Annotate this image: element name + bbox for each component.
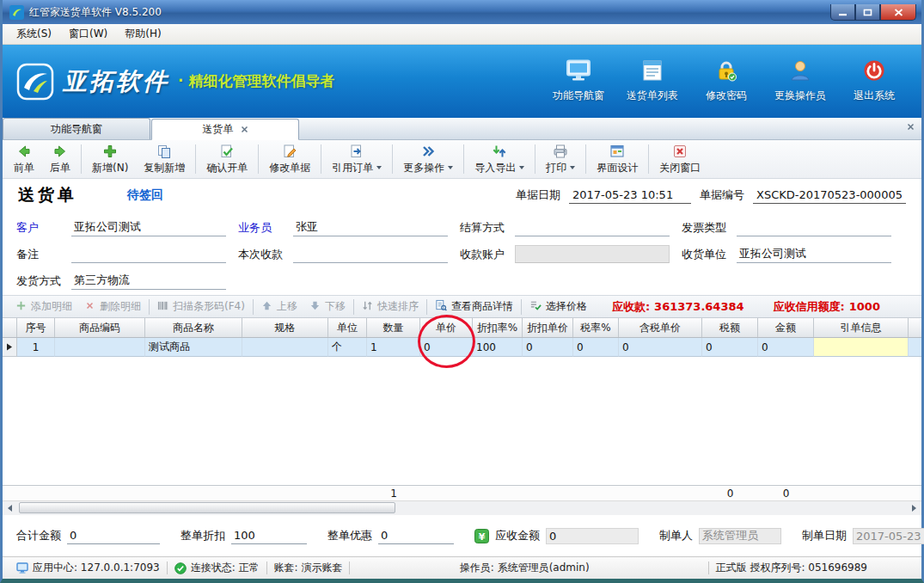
toolbar-button[interactable]: 打印 xyxy=(538,141,583,177)
column-header[interactable]: 序号 xyxy=(17,318,55,337)
table-cell[interactable]: 0 xyxy=(573,338,619,357)
form-field-label[interactable]: 业务员 xyxy=(238,220,293,236)
scroll-right-icon xyxy=(912,505,916,512)
toolbar-button[interactable]: 前单 xyxy=(6,141,42,177)
separator xyxy=(521,299,522,315)
form-field-value[interactable] xyxy=(737,218,891,236)
table-cell[interactable] xyxy=(242,338,328,357)
doc-number-value[interactable]: XSCKD-20170523-000005 xyxy=(753,187,906,204)
form-field-value[interactable] xyxy=(515,218,670,236)
summary-cell xyxy=(328,486,367,500)
table-cell[interactable]: 1 xyxy=(367,338,420,357)
toolbar-button[interactable]: 后单 xyxy=(42,141,78,177)
toolbar-button[interactable]: 更多操作 xyxy=(395,141,461,177)
banner-action-nav-window[interactable]: 功能导航窗 xyxy=(545,56,612,107)
menu-item[interactable]: 窗口(W) xyxy=(60,24,116,44)
column-header[interactable]: 商品编码 xyxy=(55,318,145,337)
detail-button[interactable]: 查看商品详情 xyxy=(429,298,519,316)
banner-action-change-password[interactable]: 修改密码 xyxy=(693,56,760,107)
items-grid: 序号商品编码商品名称规格单位数量单价折扣率%折扣单价税率%含税单价税额金额引单信… xyxy=(3,318,921,515)
yuan-icon[interactable]: ¥ xyxy=(474,529,489,543)
column-header[interactable]: 单位 xyxy=(328,318,367,337)
doc-number-label: 单据编号 xyxy=(700,187,744,203)
column-header[interactable]: 折扣单价 xyxy=(523,318,573,337)
form-field-value[interactable]: 第三方物流 xyxy=(71,272,226,290)
column-header[interactable]: 单价 xyxy=(420,318,473,337)
footer-field-value[interactable]: 100 xyxy=(231,528,307,544)
column-header[interactable]: 税额 xyxy=(702,318,758,337)
footer-field-value[interactable]: 0 xyxy=(378,528,454,544)
form-field-value[interactable]: 亚拓公司测试 xyxy=(71,218,226,236)
banner-action-switch-operator[interactable]: 更换操作员 xyxy=(767,56,834,107)
table-cell[interactable]: 个 xyxy=(328,338,367,357)
separator xyxy=(426,299,427,315)
form-field-value[interactable]: 亚拓公司测试 xyxy=(737,245,891,263)
toolbar-button[interactable]: 复制新增 xyxy=(136,141,193,177)
table-cell[interactable]: 0 xyxy=(758,338,814,357)
footer-field-label: 应收金额 xyxy=(495,528,540,543)
table-cell[interactable]: 100 xyxy=(473,338,523,357)
toolbar-button[interactable]: 修改单据 xyxy=(261,141,318,177)
table-cell[interactable] xyxy=(55,338,145,357)
toolbar-button[interactable]: 界面设计 xyxy=(589,141,646,177)
menu-item[interactable]: 系统(S) xyxy=(8,24,60,44)
table-cell[interactable]: 0 xyxy=(523,338,573,357)
toolbar-button[interactable]: 引用订单 xyxy=(324,141,389,177)
form-field-label: 备注 xyxy=(16,247,71,262)
brand: 亚拓软件 · 精细化管理软件倡导者 xyxy=(16,63,334,101)
brand-name: 亚拓软件 xyxy=(63,65,169,98)
table-cell[interactable]: 0 xyxy=(420,338,473,357)
column-header[interactable]: 数量 xyxy=(367,318,420,337)
toolbar-button[interactable]: 新增(N) xyxy=(84,141,136,177)
column-header[interactable]: 折扣率% xyxy=(473,318,523,337)
column-header[interactable]: 税率% xyxy=(573,318,619,337)
column-header[interactable]: 含税单价 xyxy=(619,318,702,337)
toolbar-button[interactable]: 导入导出 xyxy=(467,141,532,177)
detail-button[interactable]: 选择价格 xyxy=(523,298,593,316)
footer-field-value[interactable]: 0 xyxy=(67,528,160,544)
table-cell[interactable]: 1 xyxy=(17,338,55,357)
column-header[interactable]: 商品名称 xyxy=(145,318,242,337)
toolbar-button-labelrow: 新增(N) xyxy=(92,161,128,175)
doc-date-value[interactable]: 2017-05-23 10:51 xyxy=(569,187,691,204)
form-field-label: 本次收款 xyxy=(238,247,293,262)
status-text: 正式版 授权序列号: 051696989 xyxy=(716,561,867,575)
table-cell[interactable]: 0 xyxy=(619,338,702,357)
banner-action-delivery-list[interactable]: 送货单列表 xyxy=(619,56,686,107)
separator xyxy=(353,299,354,315)
window-controls xyxy=(830,4,916,21)
summary-cell xyxy=(523,486,573,500)
table-cell[interactable]: 0 xyxy=(702,338,758,357)
column-header[interactable]: 金额 xyxy=(758,318,814,337)
toolbar-button[interactable]: 确认开单 xyxy=(199,141,255,177)
tabstrip-close-icon[interactable] xyxy=(907,123,915,131)
table-cell[interactable]: 测试商品 xyxy=(145,338,242,357)
scroll-right-button[interactable] xyxy=(907,501,921,515)
column-header[interactable]: 规格 xyxy=(242,318,328,337)
tab-nav-window[interactable]: 功能导航窗 xyxy=(3,118,150,139)
banner-action-label: 退出系统 xyxy=(854,89,895,103)
toolbar-button[interactable]: 关闭窗口 xyxy=(652,141,708,177)
form-field-label[interactable]: 客户 xyxy=(16,220,71,236)
footer-field-value[interactable]: 0 xyxy=(546,528,639,544)
design-icon xyxy=(609,144,625,159)
toolbar-button-label: 新增(N) xyxy=(92,161,128,175)
maximize-button[interactable] xyxy=(855,4,880,21)
add-row-icon xyxy=(15,300,27,314)
form-field-value[interactable] xyxy=(293,245,448,263)
monitor-icon xyxy=(566,59,591,85)
minimize-button[interactable] xyxy=(830,4,855,21)
tab-delivery-order[interactable]: 送货单 xyxy=(151,119,299,140)
tab-close-icon[interactable] xyxy=(241,126,248,133)
column-header[interactable]: 引单信息 xyxy=(814,318,909,337)
close-button[interactable] xyxy=(880,4,916,21)
form-field-value[interactable] xyxy=(71,245,226,263)
banner-action-exit-system[interactable]: 退出系统 xyxy=(841,56,908,107)
form-field-value[interactable]: 张亚 xyxy=(293,218,448,236)
prev-icon xyxy=(16,144,32,159)
dropdown-arrow-icon xyxy=(376,166,382,169)
table-cell[interactable] xyxy=(814,338,909,357)
scrollbar-thumb[interactable] xyxy=(19,502,395,513)
menu-item[interactable]: 帮助(H) xyxy=(116,24,169,44)
scroll-left-button[interactable] xyxy=(3,501,17,515)
